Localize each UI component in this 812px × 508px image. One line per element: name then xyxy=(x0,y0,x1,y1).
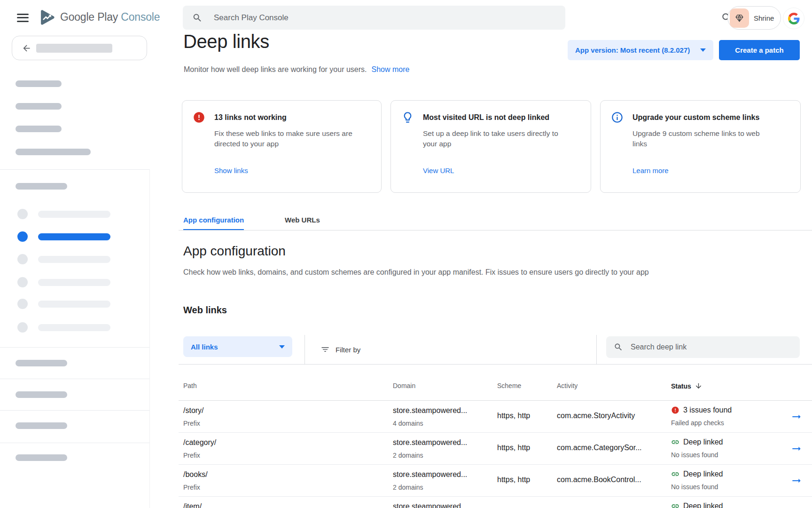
sidebar-item-current-deep-links[interactable] xyxy=(17,231,110,242)
domain-count-cell: 2 domains xyxy=(393,452,423,459)
console-search-input[interactable] xyxy=(213,13,515,23)
play-console-logo[interactable]: Google Play Console xyxy=(60,11,160,24)
card-title: Upgrade your custom scheme links xyxy=(632,113,759,122)
table-row-books[interactable]: /books/ Prefix store.steampowered... 2 d… xyxy=(179,465,812,497)
lightbulb-icon xyxy=(401,111,414,124)
search-icon xyxy=(192,13,203,23)
learn-more-link[interactable]: Learn more xyxy=(632,167,669,175)
arrow-right-icon xyxy=(790,475,803,487)
skeleton-bar xyxy=(16,126,62,132)
skeleton-bar xyxy=(16,454,67,461)
all-links-dropdown[interactable]: All links xyxy=(183,336,292,357)
skeleton-bar xyxy=(38,256,110,263)
column-header-scheme[interactable]: Scheme xyxy=(497,382,521,389)
status-cell: 3 issues found xyxy=(671,406,732,414)
column-header-domain[interactable]: Domain xyxy=(393,382,415,389)
skeleton-bar xyxy=(16,391,67,398)
sidebar-item-placeholder[interactable] xyxy=(17,299,110,309)
skeleton-bar xyxy=(16,103,62,110)
page-subtitle-text: Monitor how well deep links are working … xyxy=(184,65,367,73)
page-title: Deep links xyxy=(183,31,269,52)
skeleton-bar xyxy=(16,80,62,87)
menu-icon[interactable] xyxy=(17,14,29,22)
sidebar-item-placeholder[interactable] xyxy=(17,209,110,219)
filter-by-button[interactable]: Filter by xyxy=(320,335,360,364)
show-more-link[interactable]: Show more xyxy=(372,65,410,73)
path-type-cell: Prefix xyxy=(183,420,200,427)
domain-cell: store.steampowered... xyxy=(393,406,467,415)
table-row-category[interactable]: /category/ Prefix store.steampowered... … xyxy=(179,433,812,465)
filter-icon xyxy=(320,345,330,354)
tab-web-urls[interactable]: Web URLs xyxy=(285,216,320,229)
console-search-bar[interactable] xyxy=(183,6,565,30)
view-url-link[interactable]: View URL xyxy=(423,167,454,175)
sort-descending-icon xyxy=(695,382,703,390)
card-links-not-working: 13 links not working Fix these web links… xyxy=(182,100,382,193)
activity-cell: com.acme.CategorySor... xyxy=(557,444,642,452)
domain-cell: store.steampowered... xyxy=(393,502,467,508)
section-description: Check how web links, domains, and custom… xyxy=(183,268,649,277)
path-type-cell: Prefix xyxy=(183,484,200,491)
path-cell: /item/ xyxy=(183,502,202,508)
status-cell: Deep linked xyxy=(671,438,723,446)
card-body: Set up a deep link to take users directl… xyxy=(423,128,572,149)
sidebar-item-placeholder[interactable] xyxy=(17,322,110,333)
toolbar-divider xyxy=(596,335,597,364)
activity-cell: com.acme.StoryActivity xyxy=(557,412,635,420)
nav-dot-icon xyxy=(17,254,28,264)
card-title: Most visited URL is not deep linked xyxy=(423,113,549,122)
skeleton-bar xyxy=(16,422,67,429)
sidebar-border xyxy=(149,169,150,508)
status-label: Deep linked xyxy=(683,470,723,478)
deep-link-search-bar[interactable] xyxy=(606,336,800,358)
app-switcher-chip[interactable]: Shrine xyxy=(727,6,781,30)
app-version-dropdown[interactable]: App version: Most recent (8.2.027) xyxy=(568,40,713,60)
page-subtitle: Monitor how well deep links are working … xyxy=(184,65,409,74)
skeleton-bar xyxy=(38,233,110,240)
create-patch-button[interactable]: Create a patch xyxy=(719,40,800,60)
row-detail-arrow[interactable] xyxy=(790,443,803,455)
column-header-path[interactable]: Path xyxy=(183,382,197,389)
logo-text-google-play: Google Play xyxy=(60,11,118,23)
tab-app-configuration[interactable]: App configuration xyxy=(183,216,244,230)
web-links-toolbar: All links Filter by xyxy=(179,335,812,365)
nav-dot-icon xyxy=(17,299,28,309)
tab-divider xyxy=(179,230,812,230)
status-label: Deep linked xyxy=(683,502,723,508)
link-icon xyxy=(671,438,679,446)
path-cell: /story/ xyxy=(183,406,204,415)
web-links-heading: Web links xyxy=(183,305,227,316)
table-header: Path Domain Scheme Activity Status xyxy=(179,365,812,401)
table-row-item[interactable]: /item/ store.steampowered... Deep linked xyxy=(179,497,812,508)
all-links-label: All links xyxy=(191,343,218,351)
sidebar-item-placeholder[interactable] xyxy=(17,277,110,287)
path-cell: /category/ xyxy=(183,438,216,447)
sidebar-item-placeholder[interactable] xyxy=(17,254,110,264)
row-detail-arrow[interactable] xyxy=(790,475,803,487)
row-detail-arrow[interactable] xyxy=(790,411,803,423)
back-button[interactable] xyxy=(12,36,147,60)
chevron-down-icon xyxy=(279,345,285,349)
column-header-activity[interactable]: Activity xyxy=(557,382,578,389)
table-row-story[interactable]: /story/ Prefix store.steampowered... 4 d… xyxy=(179,401,812,433)
skeleton-bar xyxy=(36,44,112,53)
show-links-link[interactable]: Show links xyxy=(214,167,248,175)
google-account-avatar[interactable] xyxy=(783,8,804,29)
gem-icon xyxy=(734,13,744,23)
activity-cell: com.acme.BookControl... xyxy=(557,476,641,484)
column-header-status-sorted[interactable]: Status xyxy=(671,382,703,390)
toolbar-divider xyxy=(304,335,305,364)
skeleton-bar xyxy=(38,279,110,286)
play-console-logo-icon xyxy=(38,8,55,26)
chevron-down-icon xyxy=(700,48,706,52)
skeleton-bar xyxy=(16,149,91,155)
scheme-cell: https, http xyxy=(497,412,530,420)
section-heading: App configuration xyxy=(183,244,286,259)
info-icon xyxy=(611,111,624,124)
skeleton-bar xyxy=(38,301,110,308)
sidebar-divider xyxy=(0,347,149,348)
domain-cell: store.steampowered... xyxy=(393,438,467,447)
nav-dot-icon xyxy=(17,322,28,333)
skeleton-bar xyxy=(16,360,67,366)
deep-link-search-input[interactable] xyxy=(630,342,787,352)
